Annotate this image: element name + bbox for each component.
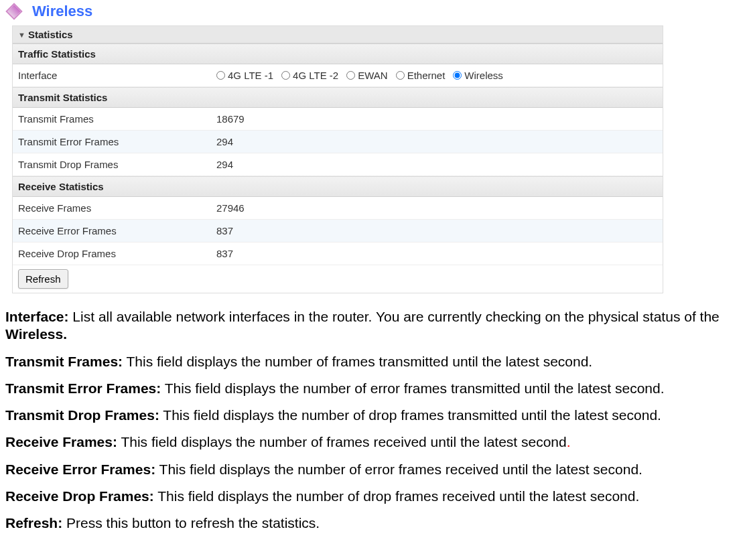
desc-interface-bold: Interface: <box>5 309 69 324</box>
receive-error-value: 837 <box>211 220 663 242</box>
transmit-error-frames-row: Transmit Error Frames 294 <box>13 131 663 153</box>
radio-ethernet[interactable] <box>396 71 405 80</box>
desc-rx-frames-bold: Receive Frames: <box>5 434 117 449</box>
interface-option-4g-lte-1[interactable]: 4G LTE -1 <box>216 70 273 81</box>
desc-tx-drop-bold: Transmit Drop Frames: <box>5 407 159 423</box>
desc-transmit-frames: Transmit Frames: This field displays the… <box>5 353 740 370</box>
receive-error-label: Receive Error Frames <box>13 220 211 242</box>
transmit-statistics-header: Transmit Statistics <box>13 87 663 108</box>
radio-wireless[interactable] <box>453 71 462 80</box>
label-4g-lte-2: 4G LTE -2 <box>293 70 338 81</box>
interface-options: 4G LTE -1 4G LTE -2 EWAN Ethernet Wirele… <box>211 64 663 86</box>
interface-option-4g-lte-2[interactable]: 4G LTE -2 <box>281 70 338 81</box>
traffic-statistics-header: Traffic Statistics <box>13 44 663 64</box>
desc-tx-err-text: This field displays the number of error … <box>161 380 664 396</box>
transmit-error-value: 294 <box>211 131 663 153</box>
receive-frames-label: Receive Frames <box>13 197 211 219</box>
desc-rx-drop-bold: Receive Drop Frames: <box>5 488 154 504</box>
label-wireless: Wireless <box>464 70 503 81</box>
desc-rx-err-bold: Receive Error Frames: <box>5 462 155 477</box>
desc-tx-err-bold: Transmit Error Frames: <box>5 380 161 396</box>
heading-text: Wireless <box>32 3 92 20</box>
radio-ewan[interactable] <box>346 71 355 80</box>
receive-frames-value: 27946 <box>211 197 663 219</box>
desc-transmit-error: Transmit Error Frames: This field displa… <box>5 380 740 397</box>
label-ewan: EWAN <box>358 70 387 81</box>
refresh-button[interactable]: Refresh <box>18 269 68 289</box>
desc-rx-frames-text: This field displays the number of frames… <box>117 434 567 449</box>
transmit-frames-value: 18679 <box>211 108 663 130</box>
panel-title: Statistics <box>28 29 73 40</box>
refresh-row: Refresh <box>13 265 663 293</box>
collapse-icon: ▼ <box>18 31 25 39</box>
receive-drop-label: Receive Drop Frames <box>13 242 211 265</box>
desc-receive-drop: Receive Drop Frames: This field displays… <box>5 488 740 505</box>
section-heading: Wireless <box>8 3 742 20</box>
panel-header[interactable]: ▼ Statistics <box>13 26 663 44</box>
interface-option-wireless[interactable]: Wireless <box>453 70 503 81</box>
diamond-bullet-icon <box>5 3 22 19</box>
description-block: Interface: List all available network in… <box>5 308 740 532</box>
desc-rx-drop-text: This field displays the number of drop f… <box>154 488 640 504</box>
transmit-drop-frames-row: Transmit Drop Frames 294 <box>13 153 663 176</box>
desc-refresh-bold: Refresh: <box>5 515 62 531</box>
desc-interface-text: List all available network interfaces in… <box>69 309 720 324</box>
receive-error-frames-row: Receive Error Frames 837 <box>13 220 663 242</box>
transmit-frames-row: Transmit Frames 18679 <box>13 108 663 131</box>
radio-4g-lte-1[interactable] <box>216 71 225 80</box>
transmit-drop-value: 294 <box>211 153 663 176</box>
desc-tx-drop-text: This field displays the number of drop f… <box>159 407 661 423</box>
receive-drop-value: 837 <box>211 242 663 265</box>
desc-refresh-text: Press this button to refresh the statist… <box>62 515 320 531</box>
transmit-error-label: Transmit Error Frames <box>13 131 211 153</box>
interface-option-ethernet[interactable]: Ethernet <box>396 70 446 81</box>
transmit-frames-label: Transmit Frames <box>13 108 211 130</box>
desc-rx-frames-dot: . <box>567 434 571 449</box>
desc-refresh: Refresh: Press this button to refresh th… <box>5 514 740 532</box>
receive-drop-frames-row: Receive Drop Frames 837 <box>13 242 663 265</box>
label-4g-lte-1: 4G LTE -1 <box>228 70 273 81</box>
receive-frames-row: Receive Frames 27946 <box>13 197 663 220</box>
desc-interface-bold2: Wireless. <box>5 326 67 342</box>
label-ethernet: Ethernet <box>407 70 446 81</box>
radio-4g-lte-2[interactable] <box>281 71 290 80</box>
interface-row: Interface 4G LTE -1 4G LTE -2 EWAN Ether… <box>13 64 663 87</box>
desc-transmit-drop: Transmit Drop Frames: This field display… <box>5 407 740 424</box>
desc-tx-frames-text: This field displays the number of frames… <box>123 354 592 369</box>
desc-receive-error: Receive Error Frames: This field display… <box>5 461 740 478</box>
receive-statistics-header: Receive Statistics <box>13 176 663 197</box>
desc-rx-err-text: This field displays the number of error … <box>155 462 642 477</box>
transmit-drop-label: Transmit Drop Frames <box>13 153 211 176</box>
desc-tx-frames-bold: Transmit Frames: <box>5 354 123 369</box>
statistics-panel: ▼ Statistics Traffic Statistics Interfac… <box>12 25 663 293</box>
interface-option-ewan[interactable]: EWAN <box>346 70 387 81</box>
desc-interface: Interface: List all available network in… <box>5 308 740 344</box>
desc-receive-frames: Receive Frames: This field displays the … <box>5 433 740 451</box>
interface-label: Interface <box>13 64 211 86</box>
